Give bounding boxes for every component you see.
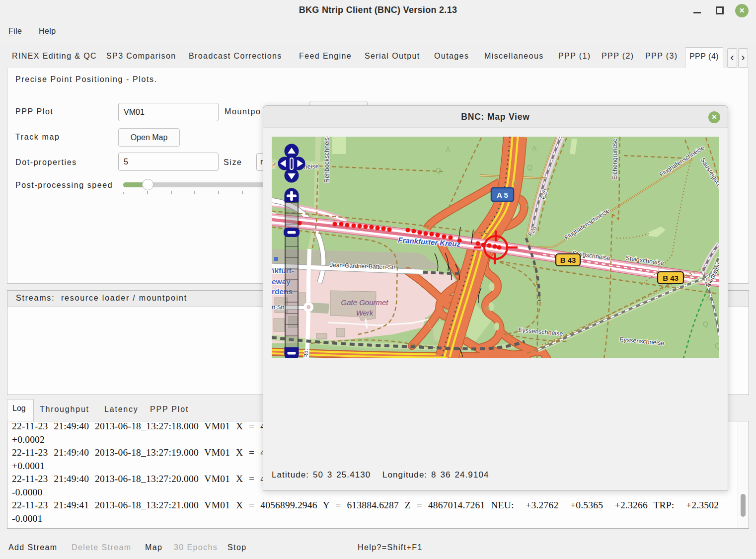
svg-text:neise: neise — [303, 162, 319, 170]
svg-text:✻: ✻ — [484, 305, 490, 313]
svg-text:Λ: Λ — [706, 294, 711, 302]
svg-text:Eichengrundsc: Eichengrundsc — [611, 139, 618, 180]
svg-text:Gate Gourmet: Gate Gourmet — [341, 298, 388, 307]
svg-text:Λ: Λ — [525, 202, 530, 210]
svg-text:Λ: Λ — [532, 145, 537, 153]
svg-text:h: h — [272, 162, 276, 169]
svg-text:A 5: A 5 — [497, 191, 508, 199]
svg-text:Q: Q — [527, 163, 532, 171]
svg-text:Rehbockschneise: Rehbockschneise — [323, 137, 330, 183]
svg-text:Q: Q — [715, 342, 719, 350]
svg-text:Werk: Werk — [356, 309, 374, 317]
svg-text:Λ: Λ — [446, 146, 451, 154]
svg-text:Λ: Λ — [513, 178, 518, 186]
svg-text:B 43: B 43 — [560, 256, 576, 264]
svg-text:Rd.: Rd. — [303, 349, 309, 358]
svg-text:rt-Str.: rt-Str. — [272, 304, 286, 310]
svg-text:B 43: B 43 — [663, 274, 679, 282]
svg-text:Q: Q — [703, 320, 708, 328]
svg-text:Q: Q — [436, 166, 441, 174]
